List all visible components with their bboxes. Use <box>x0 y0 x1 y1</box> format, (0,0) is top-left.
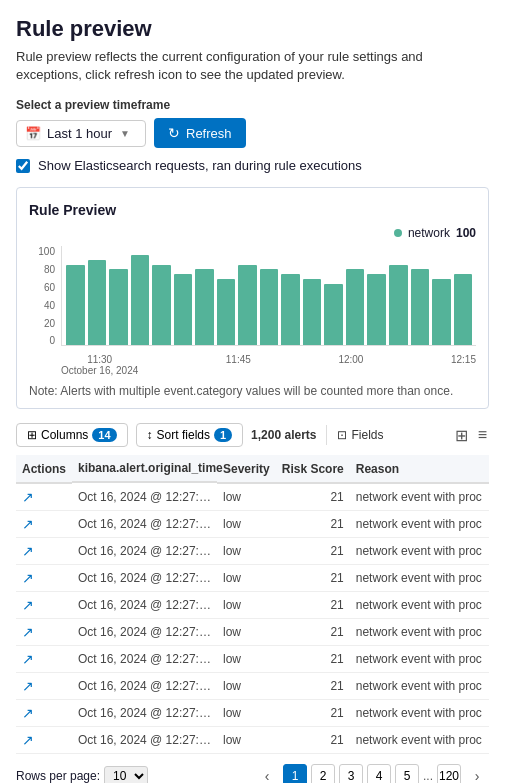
sort-badge: 1 <box>214 428 232 442</box>
page-3-button[interactable]: 3 <box>339 764 363 783</box>
action-cell: ↗ <box>16 646 72 673</box>
chart-bar <box>346 269 365 345</box>
time-cell: Oct 16, 2024 @ 12:27:50.002 <box>72 700 217 727</box>
reason-cell: network event with proc <box>350 483 489 511</box>
columns-icon: ⊞ <box>27 428 37 442</box>
chart-bar <box>389 265 408 346</box>
risk-cell: 21 <box>276 511 350 538</box>
reason-cell: network event with proc <box>350 619 489 646</box>
expand-icon[interactable]: ↗ <box>22 732 34 748</box>
fields-icon: ⊡ <box>337 428 347 442</box>
page-4-button[interactable]: 4 <box>367 764 391 783</box>
rows-per-page-select[interactable]: 10 25 50 <box>104 766 148 783</box>
columns-label: Columns <box>41 428 88 442</box>
pagination: Rows per page: 10 25 50 ‹ 1 2 3 4 5 ... … <box>16 764 489 783</box>
grid-view-button[interactable]: ⊞ <box>453 424 470 447</box>
time-cell: Oct 16, 2024 @ 12:27:50.002 <box>72 592 217 619</box>
th-severity: Severity <box>217 455 276 483</box>
legend-value: 100 <box>456 226 476 240</box>
risk-cell: 21 <box>276 592 350 619</box>
rows-per-page[interactable]: Rows per page: 10 25 50 <box>16 766 148 783</box>
prev-page-button[interactable]: ‹ <box>255 764 279 783</box>
list-view-button[interactable]: ≡ <box>476 424 489 446</box>
y-axis: 100 80 60 40 20 0 <box>29 246 59 346</box>
expand-icon[interactable]: ↗ <box>22 516 34 532</box>
table-row: ↗ Oct 16, 2024 @ 12:27:50.002 low 21 net… <box>16 700 489 727</box>
table-row: ↗ Oct 16, 2024 @ 12:27:50.002 low 21 net… <box>16 646 489 673</box>
table-row: ↗ Oct 16, 2024 @ 12:27:50.002 low 21 net… <box>16 673 489 700</box>
toolbar-right: ⊞ ≡ <box>453 424 489 447</box>
chart-bar <box>432 279 451 346</box>
expand-icon[interactable]: ↗ <box>22 651 34 667</box>
chart-bar <box>195 269 214 345</box>
page-120-button[interactable]: 120 <box>437 764 461 783</box>
sort-icon: ↕ <box>147 428 153 442</box>
time-cell: Oct 16, 2024 @ 12:27:50.002 <box>72 727 217 754</box>
reason-cell: network event with proc <box>350 565 489 592</box>
action-cell: ↗ <box>16 619 72 646</box>
timeframe-value: Last 1 hour <box>47 126 112 141</box>
action-cell: ↗ <box>16 511 72 538</box>
reason-cell: network event with proc <box>350 592 489 619</box>
th-actions: Actions <box>16 455 72 483</box>
th-time[interactable]: kibana.alert.original_time ↓ <box>72 455 217 483</box>
timeframe-row: 📅 Last 1 hour ▼ ↻ Refresh <box>16 118 489 148</box>
time-cell: Oct 16, 2024 @ 12:27:50.002 <box>72 646 217 673</box>
chart-bar <box>66 265 85 346</box>
severity-cell: low <box>217 700 276 727</box>
time-cell: Oct 16, 2024 @ 12:27:50.002 <box>72 565 217 592</box>
action-cell: ↗ <box>16 565 72 592</box>
toolbar: ⊞ Columns 14 ↕ Sort fields 1 1,200 alert… <box>16 423 489 447</box>
chart-bar <box>88 260 107 346</box>
refresh-label: Refresh <box>186 126 232 141</box>
page-1-button[interactable]: 1 <box>283 764 307 783</box>
expand-icon[interactable]: ↗ <box>22 597 34 613</box>
chart-area: 100 80 60 40 20 0 11:30 October 16, 2024… <box>29 246 476 376</box>
chart-bar <box>411 269 430 345</box>
sort-fields-button[interactable]: ↕ Sort fields 1 <box>136 423 243 447</box>
severity-cell: low <box>217 727 276 754</box>
action-cell: ↗ <box>16 673 72 700</box>
page-dots: ... <box>423 769 433 783</box>
expand-icon[interactable]: ↗ <box>22 543 34 559</box>
elasticsearch-requests-checkbox[interactable] <box>16 159 30 173</box>
expand-icon[interactable]: ↗ <box>22 570 34 586</box>
chevron-down-icon: ▼ <box>120 128 130 139</box>
risk-cell: 21 <box>276 646 350 673</box>
action-cell: ↗ <box>16 727 72 754</box>
severity-cell: low <box>217 538 276 565</box>
action-cell: ↗ <box>16 700 72 727</box>
risk-cell: 21 <box>276 727 350 754</box>
next-page-button[interactable]: › <box>465 764 489 783</box>
chart-bar <box>281 274 300 345</box>
expand-icon[interactable]: ↗ <box>22 678 34 694</box>
time-cell: Oct 16, 2024 @ 12:27:50.002 <box>72 511 217 538</box>
severity-cell: low <box>217 592 276 619</box>
risk-cell: 21 <box>276 483 350 511</box>
expand-icon[interactable]: ↗ <box>22 624 34 640</box>
table-row: ↗ Oct 16, 2024 @ 12:27:50.002 low 21 net… <box>16 511 489 538</box>
time-cell: Oct 16, 2024 @ 12:27:50.002 <box>72 619 217 646</box>
checkbox-label: Show Elasticsearch requests, ran during … <box>38 158 362 173</box>
timeframe-select[interactable]: 📅 Last 1 hour ▼ <box>16 120 146 147</box>
severity-cell: low <box>217 483 276 511</box>
page-5-button[interactable]: 5 <box>395 764 419 783</box>
chart-title: Rule Preview <box>29 202 476 218</box>
expand-icon[interactable]: ↗ <box>22 489 34 505</box>
fields-label: Fields <box>351 428 383 442</box>
table-row: ↗ Oct 16, 2024 @ 12:27:50.002 low 21 net… <box>16 619 489 646</box>
expand-icon[interactable]: ↗ <box>22 705 34 721</box>
severity-cell: low <box>217 673 276 700</box>
risk-cell: 21 <box>276 565 350 592</box>
table-row: ↗ Oct 16, 2024 @ 12:27:50.002 low 21 net… <box>16 565 489 592</box>
alerts-table: Actions kibana.alert.original_time ↓ Sev… <box>16 455 489 754</box>
table-header-row: Actions kibana.alert.original_time ↓ Sev… <box>16 455 489 483</box>
refresh-button[interactable]: ↻ Refresh <box>154 118 246 148</box>
chart-bar <box>238 265 257 346</box>
fields-button[interactable]: ⊡ Fields <box>337 428 383 442</box>
columns-button[interactable]: ⊞ Columns 14 <box>16 423 128 447</box>
chart-bar <box>152 265 171 346</box>
time-cell: Oct 16, 2024 @ 12:27:50.002 <box>72 538 217 565</box>
page-2-button[interactable]: 2 <box>311 764 335 783</box>
th-risk: Risk Score <box>276 455 350 483</box>
